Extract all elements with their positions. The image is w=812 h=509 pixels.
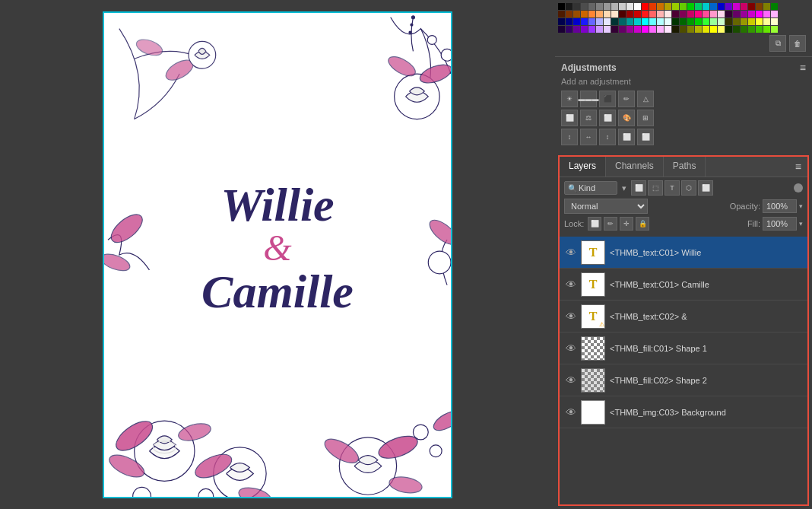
layer-item-shape2[interactable]: 👁 <THMB_fill:C02> Shape 2 (560, 364, 807, 396)
color-swatch[interactable] (748, 26, 755, 33)
color-swatch[interactable] (763, 11, 770, 17)
adj-levels-icon[interactable]: ▬▬▬ (580, 91, 597, 107)
tab-layers[interactable]: Layers (560, 157, 606, 177)
lock-position-icon[interactable]: ✏ (604, 217, 617, 231)
adj-photofilter-icon[interactable]: 🎨 (618, 110, 635, 126)
color-swatch[interactable] (649, 3, 656, 10)
layer-visibility-shape2[interactable]: 👁 (564, 374, 578, 387)
color-swatch[interactable] (611, 11, 618, 17)
blend-mode-dropdown[interactable]: Normal Multiply Screen Overlay (564, 199, 648, 214)
color-swatch[interactable] (588, 18, 595, 25)
color-swatch[interactable] (558, 26, 565, 33)
color-swatch[interactable] (748, 11, 755, 17)
layer-visibility-ampersand[interactable]: 👁 (564, 310, 578, 323)
color-swatch[interactable] (626, 26, 633, 33)
color-swatch[interactable] (581, 3, 588, 10)
color-swatch[interactable] (763, 3, 770, 10)
layer-visibility-background[interactable]: 👁 (564, 406, 578, 419)
color-swatch[interactable] (588, 26, 595, 33)
layer-item-ampersand[interactable]: 👁 T ⚠ <THMB_text:C02> & (560, 301, 807, 332)
color-swatch[interactable] (733, 18, 740, 25)
color-swatch[interactable] (725, 3, 732, 10)
adj-curves-icon[interactable]: ⬛ (599, 91, 616, 107)
opacity-input[interactable] (763, 199, 797, 213)
color-swatch[interactable] (680, 3, 687, 10)
color-swatch[interactable] (703, 11, 709, 17)
color-swatch[interactable] (642, 26, 649, 33)
color-swatch[interactable] (657, 3, 664, 10)
adj-invert-icon[interactable]: ↔ (580, 129, 597, 145)
color-swatch[interactable] (771, 3, 778, 10)
color-swatch[interactable] (695, 11, 702, 17)
color-swatch[interactable] (657, 18, 664, 25)
color-swatch[interactable] (588, 3, 595, 10)
kind-pixel-icon[interactable]: ⬜ (631, 180, 646, 196)
color-swatch[interactable] (657, 26, 664, 33)
adj-huesat-icon[interactable]: ⬜ (561, 110, 578, 126)
color-swatch[interactable] (626, 18, 633, 25)
color-swatch[interactable] (596, 18, 603, 25)
color-swatch[interactable] (733, 11, 740, 17)
color-swatch[interactable] (657, 11, 664, 17)
color-swatch[interactable] (763, 26, 770, 33)
color-swatch[interactable] (741, 18, 747, 25)
color-swatch[interactable] (665, 18, 671, 25)
layer-item-camille[interactable]: 👁 T <THMB_text:C01> Camille (560, 269, 807, 301)
color-swatch[interactable] (634, 26, 641, 33)
adj-threshold-icon[interactable]: ⬜ (618, 129, 635, 145)
color-swatch[interactable] (596, 26, 603, 33)
color-swatch[interactable] (642, 3, 649, 10)
color-swatch[interactable] (763, 18, 770, 25)
color-swatch[interactable] (756, 11, 763, 17)
color-swatch[interactable] (718, 26, 725, 33)
adj-channelmix-icon[interactable]: ⊞ (637, 110, 654, 126)
color-swatch[interactable] (756, 18, 763, 25)
color-swatch[interactable] (718, 3, 725, 10)
color-swatch[interactable] (741, 26, 747, 33)
color-swatch[interactable] (672, 11, 679, 17)
color-swatch[interactable] (748, 3, 755, 10)
tab-paths[interactable]: Paths (664, 157, 706, 177)
kind-shape-icon[interactable]: ⬡ (681, 180, 696, 196)
color-swatch[interactable] (718, 18, 725, 25)
color-swatch[interactable] (672, 26, 679, 33)
color-swatch[interactable] (619, 18, 626, 25)
color-swatch[interactable] (581, 18, 588, 25)
color-swatch[interactable] (566, 18, 573, 25)
lock-pixels-icon[interactable]: ⬜ (588, 217, 601, 231)
color-swatch[interactable] (687, 3, 694, 10)
color-swatch[interactable] (642, 11, 649, 17)
lock-all-icon[interactable]: 🔒 (636, 217, 649, 231)
color-swatch[interactable] (665, 26, 671, 33)
color-swatch[interactable] (558, 18, 565, 25)
color-swatch[interactable] (604, 11, 611, 17)
color-swatch[interactable] (718, 11, 725, 17)
color-swatch[interactable] (672, 18, 679, 25)
color-swatch[interactable] (756, 3, 763, 10)
color-swatch[interactable] (687, 18, 694, 25)
color-swatch[interactable] (626, 3, 633, 10)
color-swatch[interactable] (710, 26, 717, 33)
color-swatch[interactable] (566, 11, 573, 17)
adj-gradient-icon[interactable]: ⬜ (637, 129, 654, 145)
color-swatch[interactable] (649, 26, 656, 33)
adj-colorlookup-icon[interactable]: ↕ (561, 129, 578, 145)
kind-adjustment-icon[interactable]: ⬚ (648, 180, 663, 196)
color-swatch[interactable] (558, 3, 565, 10)
adj-vibrance-icon[interactable]: △ (637, 91, 654, 107)
color-swatch[interactable] (588, 11, 595, 17)
color-swatch[interactable] (619, 26, 626, 33)
layer-visibility-shape1[interactable]: 👁 (564, 342, 578, 355)
color-swatch[interactable] (687, 11, 694, 17)
color-swatch[interactable] (725, 11, 732, 17)
color-swatch[interactable] (581, 26, 588, 33)
color-swatch[interactable] (680, 11, 687, 17)
color-swatch[interactable] (634, 18, 641, 25)
color-swatch[interactable] (566, 3, 573, 10)
color-swatch[interactable] (573, 3, 580, 10)
color-swatch[interactable] (649, 18, 656, 25)
color-swatch[interactable] (680, 26, 687, 33)
color-swatch[interactable] (733, 26, 740, 33)
color-swatch[interactable] (611, 18, 618, 25)
color-swatch[interactable] (748, 18, 755, 25)
